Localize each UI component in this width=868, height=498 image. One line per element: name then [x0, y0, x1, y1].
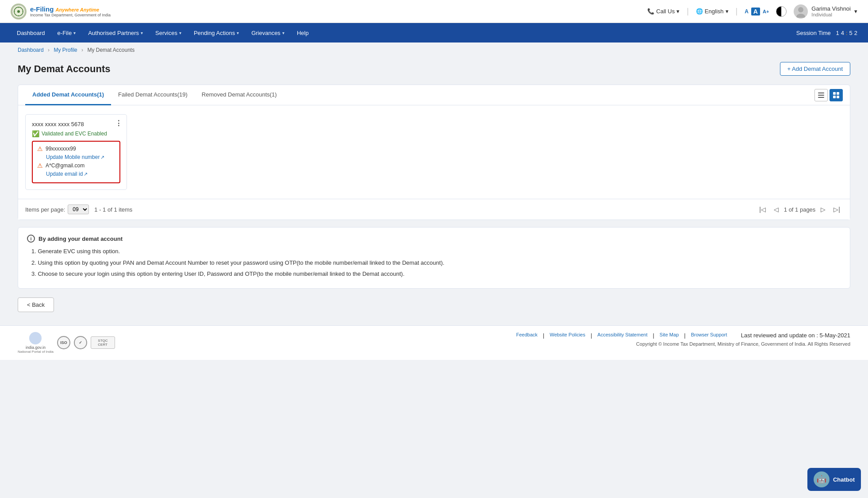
- prev-page-button[interactable]: ◁: [771, 205, 781, 214]
- india-gov-logo: india.gov.in National Portal of India: [18, 332, 54, 354]
- services-chevron: ▾: [179, 31, 181, 35]
- font-decrease-button[interactable]: A: [745, 8, 749, 15]
- first-page-button[interactable]: |◁: [757, 205, 768, 214]
- phone-icon: 📞: [647, 8, 654, 15]
- cert-badge-2: ✓: [74, 336, 87, 349]
- logo-area: e-Filing Anywhere Anytime Income Tax Dep…: [11, 4, 111, 19]
- call-us-chevron: ▾: [676, 8, 680, 15]
- info-point-3: 3. Choose to secure your login using thi…: [31, 270, 841, 278]
- svg-rect-9: [818, 93, 824, 93]
- items-per-page-select[interactable]: 09 18 27: [68, 205, 89, 214]
- footer-site-map[interactable]: Site Map: [660, 332, 679, 339]
- nav-grievances[interactable]: Grievances ▾: [245, 23, 291, 42]
- svg-point-8: [796, 14, 805, 18]
- nav-dashboard[interactable]: Dashboard: [11, 23, 51, 42]
- contrast-toggle[interactable]: [776, 6, 787, 17]
- external-link-icon-email: ↗: [84, 171, 88, 177]
- validated-badge: ✅ Validated and EVC Enabled: [32, 130, 120, 137]
- main-content: My Demat Accounts + Add Demat Account Ad…: [0, 58, 868, 325]
- email-alert-row: ⚠ A*C@gmail.com: [37, 162, 115, 169]
- footer-copyright: Copyright © Income Tax Department, Minis…: [128, 341, 850, 347]
- breadcrumb-current: My Demat Accounts: [87, 47, 134, 53]
- emblem-icon: [11, 4, 27, 19]
- demat-accounts-grid: xxxx xxxx xxxx 5678 ⋮ ✅ Validated and EV…: [18, 105, 850, 199]
- warning-icon-mobile: ⚠: [37, 145, 43, 152]
- user-menu-chevron: ▾: [854, 8, 857, 15]
- india-gov-icon: [29, 332, 42, 344]
- svg-rect-13: [837, 92, 839, 95]
- breadcrumb: Dashboard › My Profile › My Demat Accoun…: [0, 42, 868, 58]
- account-number: xxxx xxxx xxxx 5678: [32, 121, 120, 127]
- email-address: A*C@gmail.com: [46, 162, 84, 169]
- demat-account-card: xxxx xxxx xxxx 5678 ⋮ ✅ Validated and EV…: [25, 114, 127, 190]
- back-button[interactable]: < Back: [18, 297, 54, 312]
- nav-help[interactable]: Help: [291, 23, 315, 42]
- info-list: 1. Generate EVC using this option. 2. Us…: [27, 247, 841, 278]
- language-selector[interactable]: 🌐 English ▾: [696, 8, 729, 15]
- svg-rect-11: [818, 97, 824, 98]
- language-chevron: ▾: [726, 8, 729, 15]
- svg-rect-15: [837, 96, 839, 98]
- last-page-button[interactable]: ▷|: [831, 205, 843, 214]
- font-normal-button[interactable]: A: [751, 8, 760, 15]
- user-role: Individual: [811, 12, 851, 17]
- user-name: Garima Vishnoi: [811, 5, 851, 12]
- items-count: 1 - 1 of 1 items: [94, 206, 132, 213]
- update-email-link[interactable]: Update email id ↗: [46, 171, 115, 177]
- alert-box: ⚠ 99xxxxxxx99 Update Mobile number ↗ ⚠ A…: [32, 141, 120, 183]
- svg-rect-14: [833, 96, 836, 98]
- font-increase-button[interactable]: A+: [763, 9, 769, 14]
- user-avatar: [794, 4, 808, 19]
- breadcrumb-dashboard[interactable]: Dashboard: [18, 47, 44, 53]
- footer-feedback[interactable]: Feedback: [516, 332, 538, 339]
- efile-chevron: ▾: [73, 31, 76, 35]
- session-time: Session Time 1 4 : 5 2: [796, 30, 857, 36]
- info-point-1: 1. Generate EVC using this option.: [31, 247, 841, 256]
- main-card: Added Demat Accounts(1) Failed Demat Acc…: [18, 85, 850, 220]
- call-us-button[interactable]: 📞 Call Us ▾: [647, 8, 680, 15]
- info-header: i By adding your demat account: [27, 235, 841, 243]
- nav-services[interactable]: Services ▾: [149, 23, 188, 42]
- nav-efile[interactable]: e-File ▾: [51, 23, 82, 42]
- footer-links: Feedback | Website Policies | Accessibil…: [128, 332, 850, 339]
- items-per-page-label: Items per page:: [25, 206, 65, 213]
- cert-badge-1: ISO: [57, 336, 70, 349]
- page-header: My Demat Accounts + Add Demat Account: [18, 62, 850, 76]
- language-label: English: [705, 8, 724, 15]
- top-header: e-Filing Anywhere Anytime Income Tax Dep…: [0, 0, 868, 23]
- breadcrumb-myprofile[interactable]: My Profile: [54, 47, 77, 53]
- nav-authorised-partners[interactable]: Authorised Partners ▾: [82, 23, 149, 42]
- page-info: 1 of 1 pages: [784, 206, 816, 213]
- tab-removed-demat[interactable]: Removed Demat Accounts(1): [195, 85, 284, 105]
- tab-added-demat[interactable]: Added Demat Accounts(1): [25, 85, 111, 105]
- pagination-controls: |◁ ◁ 1 of 1 pages ▷ ▷|: [757, 205, 843, 214]
- nav-pending-actions[interactable]: Pending Actions ▾: [188, 23, 245, 42]
- grievances-chevron: ▾: [282, 31, 284, 35]
- pagination-bar: Items per page: 09 18 27 1 - 1 of 1 item…: [18, 199, 850, 220]
- svg-rect-10: [818, 95, 824, 96]
- grid-view-button[interactable]: [830, 89, 843, 101]
- footer-right: Feedback | Website Policies | Accessibil…: [128, 332, 850, 347]
- view-toggle: [814, 89, 843, 101]
- list-view-button[interactable]: [814, 89, 828, 101]
- globe-icon: 🌐: [696, 8, 703, 15]
- check-circle-icon: ✅: [32, 130, 39, 137]
- footer-website-policies[interactable]: Website Policies: [549, 332, 585, 339]
- mobile-number: 99xxxxxxx99: [46, 146, 76, 152]
- update-mobile-link[interactable]: Update Mobile number ↗: [46, 154, 115, 160]
- more-options-button[interactable]: ⋮: [115, 119, 122, 127]
- mobile-alert-row: ⚠ 99xxxxxxx99: [37, 145, 115, 152]
- tab-failed-demat[interactable]: Failed Demat Accounts(19): [111, 85, 195, 105]
- footer-accessibility[interactable]: Accessibility Statement: [597, 332, 647, 339]
- user-menu[interactable]: Garima Vishnoi Individual ▾: [794, 4, 857, 19]
- next-page-button[interactable]: ▷: [818, 205, 828, 214]
- page-title: My Demat Accounts: [18, 63, 110, 75]
- footer-browser-support[interactable]: Browser Support: [691, 332, 727, 339]
- font-controls: A A A+: [745, 8, 769, 15]
- info-point-2: 2. Using this option by quoting your PAN…: [31, 259, 841, 267]
- items-per-page: Items per page: 09 18 27: [25, 205, 89, 214]
- logo-text: e-Filing Anywhere Anytime Income Tax Dep…: [30, 5, 111, 17]
- divider: |: [687, 7, 689, 16]
- svg-point-2: [17, 10, 20, 13]
- add-demat-account-button[interactable]: + Add Demat Account: [780, 62, 850, 76]
